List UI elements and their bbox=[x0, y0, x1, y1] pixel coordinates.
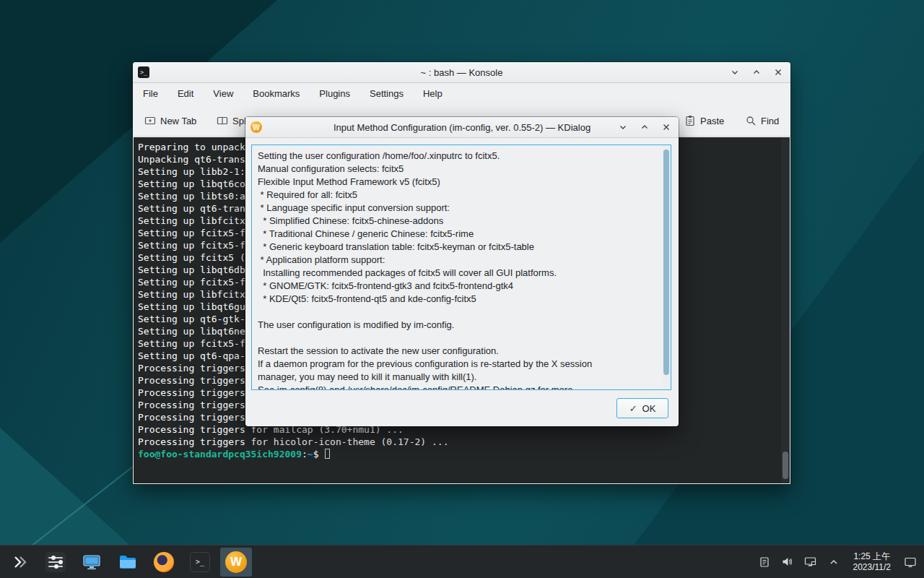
dialog-message-line: Installing recommended packages of fcitx… bbox=[258, 267, 659, 280]
clock-time: 1:25 上午 bbox=[853, 551, 892, 562]
dialog-message-line: Restart the session to activate the new … bbox=[258, 345, 659, 358]
volume-icon[interactable] bbox=[781, 556, 794, 569]
menu-item[interactable]: Edit bbox=[178, 88, 193, 99]
dialog-message-line: * Language specific input conversion sup… bbox=[258, 202, 659, 215]
konsole-icon: >_ bbox=[190, 552, 210, 572]
dialog-message-line: * Generic keyboard translation table: fc… bbox=[258, 241, 659, 254]
dialog-scrollbar-thumb[interactable] bbox=[663, 150, 669, 375]
dialog-message-line: If a daemon program for the previous con… bbox=[258, 358, 659, 371]
new-tab-button[interactable]: New Tab bbox=[141, 110, 199, 131]
dialog-message-line: * KDE/Qt5: fcitx5-frontend-qt5 and kde-c… bbox=[258, 293, 659, 306]
dialog-message-line: * Traditional Chinese / generic Chinese:… bbox=[258, 228, 659, 241]
dialog-titlebar[interactable]: W Input Method Configuration (im-config,… bbox=[245, 117, 679, 138]
menu-item[interactable]: Help bbox=[423, 88, 443, 99]
menu-item[interactable]: Settings bbox=[370, 88, 404, 99]
search-icon bbox=[745, 115, 757, 126]
menu-item[interactable]: File bbox=[143, 88, 158, 99]
app-launcher-button[interactable] bbox=[4, 548, 35, 577]
im-config-icon: W bbox=[225, 551, 247, 573]
menu-item[interactable]: Bookmarks bbox=[253, 88, 300, 99]
folder-icon bbox=[118, 552, 138, 572]
terminal-prompt-line: foo@foo-standardpcq35ich92009:~$ bbox=[138, 448, 778, 460]
clipboard-tray-icon[interactable] bbox=[758, 556, 771, 569]
new-tab-icon bbox=[144, 115, 156, 126]
konsole-app-icon: >_ bbox=[138, 66, 149, 78]
check-icon: ✓ bbox=[629, 403, 637, 414]
menu-item[interactable]: View bbox=[213, 88, 233, 99]
konsole-window-title: ~ : bash — Konsole bbox=[133, 67, 790, 78]
minimize-icon[interactable] bbox=[728, 66, 741, 79]
im-config-app-icon: W bbox=[250, 121, 262, 133]
dialog-text-area[interactable]: Setting the user configuration /home/foo… bbox=[251, 144, 671, 390]
terminal-scrollbar[interactable] bbox=[781, 137, 790, 483]
find-label: Find bbox=[761, 116, 779, 126]
konsole-menubar: FileEditViewBookmarksPluginsSettingsHelp bbox=[133, 83, 790, 104]
clock-date: 2023/11/2 bbox=[853, 562, 892, 573]
prompt-path: ~ bbox=[308, 449, 313, 460]
im-config-dialog: W Input Method Configuration (im-config,… bbox=[245, 117, 679, 426]
sliders-icon bbox=[45, 552, 66, 572]
taskbar-item-firefox[interactable] bbox=[148, 548, 180, 577]
kickoff-icon bbox=[11, 553, 28, 571]
dialog-message-line: * Simplified Chinese: fcitx5-chinese-add… bbox=[258, 215, 659, 228]
dialog-message-line: manager, you may need to kill it manuall… bbox=[258, 371, 659, 384]
terminal-line: Processing triggers for hicolor-icon-the… bbox=[138, 436, 778, 448]
dialog-message-line: * Application platform support: bbox=[258, 254, 659, 267]
close-icon[interactable] bbox=[660, 121, 673, 134]
taskbar: >_ W 1:25 上午 2023/11/2 bbox=[0, 545, 924, 578]
close-icon[interactable] bbox=[772, 66, 785, 79]
ok-button-label: OK bbox=[642, 403, 656, 414]
taskbar-item-konsole[interactable]: >_ bbox=[184, 548, 216, 577]
dialog-message: Setting the user configuration /home/foo… bbox=[258, 150, 659, 390]
konsole-titlebar[interactable]: >_ ~ : bash — Konsole bbox=[133, 62, 790, 83]
taskbar-item-mixer[interactable] bbox=[40, 548, 71, 577]
show-desktop-icon[interactable] bbox=[904, 556, 917, 569]
tray-expander-chevron-up-icon[interactable] bbox=[827, 556, 840, 569]
digital-clock[interactable]: 1:25 上午 2023/11/2 bbox=[850, 551, 894, 573]
dialog-message-line: Flexible Input Method Framework v5 (fcit… bbox=[258, 176, 659, 189]
find-button[interactable]: Find bbox=[742, 110, 782, 131]
display-settings-icon[interactable] bbox=[804, 556, 817, 569]
paste-button[interactable]: Paste bbox=[681, 110, 727, 131]
maximize-icon[interactable] bbox=[638, 121, 651, 134]
dialog-scrollbar[interactable] bbox=[663, 146, 670, 389]
dialog-message-line: Manual configuration selects: fcitx5 bbox=[258, 163, 659, 176]
dialog-message-line: See im-config(8) and /usr/share/doc/im-c… bbox=[258, 384, 659, 390]
terminal-scrollbar-thumb[interactable] bbox=[783, 452, 788, 479]
taskbar-item-file-manager[interactable] bbox=[112, 548, 144, 577]
taskbar-item-kdialog-active[interactable]: W bbox=[220, 548, 252, 577]
dialog-message-line: * GNOME/GTK: fcitx5-frontend-gtk3 and fc… bbox=[258, 280, 659, 293]
ok-button[interactable]: ✓ OK bbox=[616, 398, 668, 418]
terminal-cursor bbox=[325, 449, 330, 459]
menu-item[interactable]: Plugins bbox=[319, 88, 350, 99]
paste-label: Paste bbox=[700, 116, 724, 126]
prompt-user-host: foo@foo-standardpcq35ich92009 bbox=[138, 449, 302, 460]
minimize-icon[interactable] bbox=[616, 121, 629, 134]
maximize-icon[interactable] bbox=[750, 66, 763, 79]
dialog-message-line: * Required for all: fcitx5 bbox=[258, 189, 659, 202]
dialog-window-title: Input Method Configuration (im-config, v… bbox=[245, 122, 679, 133]
system-tray: 1:25 上午 2023/11/2 bbox=[758, 545, 924, 578]
taskbar-item-software[interactable] bbox=[76, 548, 108, 577]
dialog-message-line: Setting the user configuration /home/foo… bbox=[258, 150, 659, 163]
dialog-message-line: The user configuration is modified by im… bbox=[258, 319, 659, 332]
dialog-message-line bbox=[258, 332, 659, 345]
new-tab-label: New Tab bbox=[160, 116, 196, 126]
monitor-app-icon bbox=[82, 552, 102, 572]
split-view-icon bbox=[217, 115, 228, 126]
paste-icon bbox=[684, 115, 696, 126]
firefox-icon bbox=[154, 552, 174, 572]
dialog-message-line bbox=[258, 306, 659, 319]
